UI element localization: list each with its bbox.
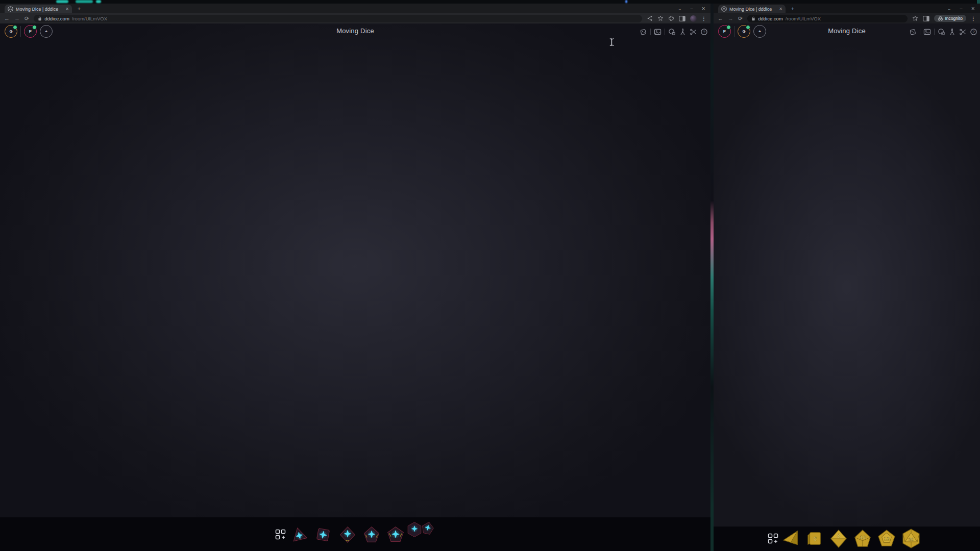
dddice-room-canvas[interactable]: Moving Dice P G + xyxy=(714,23,980,551)
url-host: dddice.com xyxy=(44,16,69,21)
die-d10[interactable]: 10 xyxy=(853,529,872,548)
reload-button[interactable]: ⟳ xyxy=(738,13,743,23)
tab-title: Moving Dice | dddice xyxy=(16,7,63,12)
die-d10-percent[interactable] xyxy=(419,519,436,536)
tab-strip: Moving Dice | dddice ✕ + ⌄ – ✕ xyxy=(714,4,980,13)
die-d4[interactable] xyxy=(288,523,310,546)
icon-divider xyxy=(665,29,665,35)
desktop: Moving Dice | dddice ✕ + ⌄ – ✕ ← → ⟳ ddd… xyxy=(0,0,980,551)
participant-initial: P xyxy=(29,29,32,34)
browser-menu-button[interactable]: ⋮ xyxy=(701,16,706,21)
lock-icon xyxy=(751,16,755,21)
tab-search-button[interactable]: ⌄ xyxy=(947,5,951,13)
scissors-icon[interactable] xyxy=(959,28,967,36)
dice-tray: 6 8 10 12 xyxy=(714,527,980,551)
online-dot xyxy=(32,25,37,30)
minimize-button[interactable]: – xyxy=(690,5,693,13)
side-panel-icon[interactable] xyxy=(923,16,929,21)
participant-divider xyxy=(734,26,734,37)
participant-avatar[interactable]: G xyxy=(738,25,750,38)
online-dot xyxy=(13,25,17,30)
participant-avatar[interactable]: P xyxy=(24,25,37,38)
dice-picker-button[interactable] xyxy=(768,533,779,544)
backdrop-icon[interactable] xyxy=(654,28,662,36)
profile-avatar[interactable] xyxy=(690,15,697,22)
incognito-label: Incognito xyxy=(945,16,963,21)
browser-tab[interactable]: Moving Dice | dddice ✕ xyxy=(718,5,786,13)
bookmark-star-icon[interactable] xyxy=(657,15,664,21)
address-bar[interactable]: dddice.com/room/UlLmVOX xyxy=(34,15,642,22)
participant-avatar[interactable]: P xyxy=(718,25,731,38)
dice-picker-button[interactable] xyxy=(275,529,286,540)
dddice-room-canvas[interactable]: Moving Dice G P + xyxy=(0,23,710,551)
wallpaper-blob xyxy=(56,0,68,3)
back-button[interactable]: ← xyxy=(4,13,10,23)
room-toolbar-icons: ? xyxy=(640,28,708,36)
minimize-button[interactable]: – xyxy=(960,5,962,13)
dddice-favicon xyxy=(8,6,13,12)
participant-divider xyxy=(20,26,21,37)
browser-toolbar: ← → ⟳ dddice.com/room/UlLmVOX xyxy=(714,13,980,23)
die-d12[interactable]: 12 xyxy=(877,529,896,548)
die-d8[interactable]: 8 xyxy=(829,529,848,548)
lock-icon xyxy=(38,16,42,21)
svg-text:8: 8 xyxy=(837,533,840,539)
participant-initial: G xyxy=(742,29,745,34)
scissors-icon[interactable] xyxy=(690,28,697,36)
svg-text:20: 20 xyxy=(909,536,914,542)
die-d4[interactable] xyxy=(781,529,800,548)
svg-text:10: 10 xyxy=(860,534,866,540)
die-d12[interactable] xyxy=(386,525,405,544)
die-d6[interactable]: 6 xyxy=(805,529,824,548)
address-bar[interactable]: dddice.com/room/UlLmVOX xyxy=(747,15,907,22)
help-icon[interactable]: ? xyxy=(700,28,708,36)
back-button[interactable]: ← xyxy=(718,13,723,23)
copy-room-link-icon[interactable] xyxy=(938,28,945,36)
forward-button[interactable]: → xyxy=(728,13,733,23)
die-d8[interactable] xyxy=(338,525,357,544)
dice-box-icon[interactable] xyxy=(640,28,647,36)
participant-avatar[interactable]: G xyxy=(5,25,17,38)
new-tab-button[interactable]: + xyxy=(75,5,83,13)
browser-tab[interactable]: Moving Dice | dddice ✕ xyxy=(5,5,72,13)
backdrop-icon[interactable] xyxy=(923,28,931,36)
add-participant-button[interactable]: + xyxy=(753,25,766,38)
browser-toolbar: ← → ⟳ dddice.com/room/UlLmVOX xyxy=(0,13,710,23)
dddice-favicon xyxy=(721,6,727,12)
url-path: /room/UlLmVOX xyxy=(786,16,821,21)
wallpaper-blob xyxy=(96,0,101,3)
participant-initial: P xyxy=(723,29,726,34)
tab-close-button[interactable]: ✕ xyxy=(65,7,69,11)
browser-menu-button[interactable]: ⋮ xyxy=(971,16,976,21)
dice-tray xyxy=(0,517,710,551)
lab-flask-icon[interactable] xyxy=(948,28,956,36)
incognito-icon xyxy=(938,16,943,21)
copy-room-link-icon[interactable] xyxy=(668,28,676,36)
add-participant-button[interactable]: + xyxy=(40,25,53,38)
extensions-icon[interactable] xyxy=(668,15,674,21)
wallpaper-blob xyxy=(625,0,627,3)
tab-search-button[interactable]: ⌄ xyxy=(678,5,682,13)
help-icon[interactable]: ? xyxy=(970,28,977,36)
die-d20[interactable]: 20 xyxy=(901,529,921,549)
participant-list: G P + xyxy=(5,25,53,38)
side-panel-icon[interactable] xyxy=(679,16,685,21)
dice-box-icon[interactable] xyxy=(909,28,917,36)
svg-text:6: 6 xyxy=(814,536,817,542)
window-close-button[interactable]: ✕ xyxy=(971,5,975,13)
tab-title: Moving Dice | dddice xyxy=(729,7,776,12)
reload-button[interactable]: ⟳ xyxy=(24,13,29,23)
lab-flask-icon[interactable] xyxy=(679,28,687,36)
svg-text:12: 12 xyxy=(884,536,890,541)
share-icon[interactable] xyxy=(647,15,653,21)
forward-button[interactable]: → xyxy=(14,13,20,23)
bookmark-star-icon[interactable] xyxy=(912,15,918,21)
online-dot xyxy=(746,25,750,30)
new-tab-button[interactable]: + xyxy=(789,5,797,13)
online-dot xyxy=(726,25,731,30)
die-d6[interactable] xyxy=(312,524,334,545)
die-d10[interactable] xyxy=(362,525,381,544)
tab-close-button[interactable]: ✕ xyxy=(779,7,782,11)
icon-divider xyxy=(920,29,920,35)
window-close-button[interactable]: ✕ xyxy=(701,5,705,13)
